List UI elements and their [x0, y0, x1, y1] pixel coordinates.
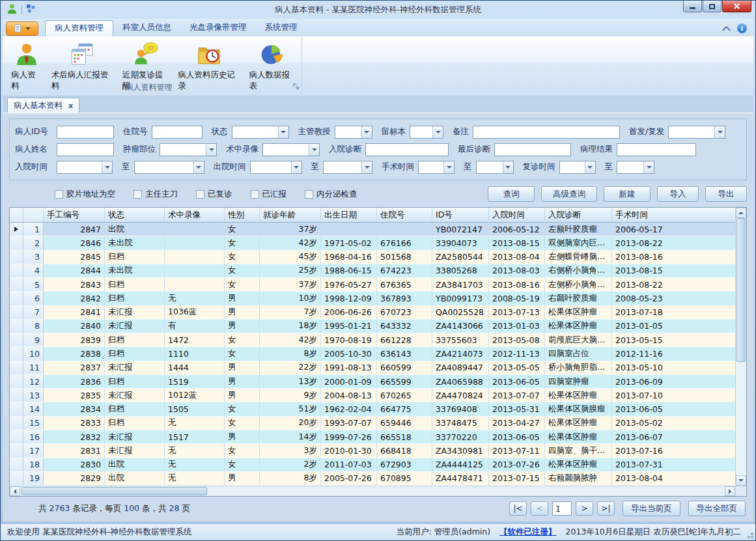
action-button[interactable]: 查询: [488, 186, 535, 202]
application-menu-button[interactable]: [6, 21, 38, 36]
info-icon[interactable]: i: [737, 23, 747, 33]
vertical-scroll-thumb[interactable]: [736, 218, 746, 362]
column-header[interactable]: 就诊年龄: [260, 208, 321, 222]
collapse-ribbon-icon[interactable]: [722, 26, 731, 31]
filter-select[interactable]: [134, 161, 204, 174]
column-header[interactable]: ID号: [432, 208, 489, 222]
filter-select[interactable]: [323, 161, 372, 174]
table-row[interactable]: 152833归档无女20岁1993-07-0765944633748475201…: [10, 417, 735, 430]
filter-select[interactable]: [262, 143, 320, 156]
action-button[interactable]: 新建: [604, 186, 651, 202]
filter-select[interactable]: [668, 126, 725, 139]
last-page-button[interactable]: >|: [597, 501, 615, 516]
vertical-scrollbar[interactable]: [735, 208, 746, 486]
table-row[interactable]: 82840未汇报有男18岁1995-01-21643332ZA414306620…: [10, 320, 735, 333]
ribbon-tab[interactable]: 光盘录像带管理: [180, 20, 256, 36]
scroll-left-button[interactable]: [10, 486, 20, 496]
select-arrow-button[interactable]: [503, 161, 513, 173]
tab-close-icon[interactable]: x: [68, 102, 73, 110]
minimize-button[interactable]: [683, 1, 702, 12]
table-row[interactable]: 32845归档女45岁1968-04-16501568ZA25805442013…: [10, 251, 735, 264]
table-row[interactable]: 92839归档1472女42岁1970-08-19661228337556032…: [10, 333, 735, 347]
filter-select[interactable]: [232, 126, 289, 139]
filter-select[interactable]: [559, 161, 596, 174]
first-page-button[interactable]: |<: [509, 501, 527, 516]
column-header[interactable]: 入院时间: [489, 208, 545, 222]
select-arrow-button[interactable]: [432, 126, 443, 138]
select-arrow-button[interactable]: [278, 126, 288, 138]
filter-input[interactable]: [494, 143, 571, 156]
next-page-button[interactable]: >: [576, 501, 593, 516]
select-arrow-button[interactable]: [585, 161, 595, 173]
table-row[interactable]: 12847出院女37岁YB00721472006-05-12左额叶胶质瘤2006…: [10, 223, 735, 236]
filter-input[interactable]: [57, 143, 114, 156]
filter-checkbox[interactable]: 胶片地址为空: [55, 189, 115, 200]
filter-input[interactable]: [152, 126, 203, 139]
select-arrow-button[interactable]: [291, 161, 301, 173]
export-all-pages-button[interactable]: 导出全部页: [688, 501, 746, 516]
page-number-input[interactable]: [552, 501, 572, 516]
horizontal-scroll-thumb[interactable]: [21, 487, 207, 495]
ribbon-tab[interactable]: 系统管理: [256, 20, 307, 36]
action-button[interactable]: 导出: [705, 186, 747, 202]
table-row[interactable]: 162832未汇报1517男14岁1999-07-266655183377022…: [10, 430, 735, 444]
select-arrow-button[interactable]: [714, 126, 725, 138]
column-header[interactable]: 状态: [105, 208, 165, 222]
filter-select[interactable]: [250, 161, 302, 174]
select-arrow-button[interactable]: [361, 161, 372, 173]
filter-input[interactable]: [473, 126, 620, 139]
filter-checkbox[interactable]: 已汇报: [251, 189, 287, 200]
table-row[interactable]: 142834归档1505女51岁1962-02-0466477533769408…: [10, 402, 735, 416]
table-row[interactable]: 42844未出院女25岁1988-06-15674223338052682013…: [10, 264, 735, 278]
close-button[interactable]: [722, 1, 751, 12]
horizontal-scrollbar[interactable]: [10, 486, 735, 496]
table-row[interactable]: 102838归档1110女8岁2005-10-30636143ZA4214073…: [10, 347, 735, 361]
action-button[interactable]: 导入: [657, 186, 699, 202]
select-arrow-button[interactable]: [443, 161, 454, 173]
table-row[interactable]: 112837未汇报1444男22岁1991-08-13660599ZA40894…: [10, 361, 735, 375]
select-arrow-button[interactable]: [309, 144, 319, 156]
ribbon-tab[interactable]: 科室人员信息: [113, 20, 180, 36]
column-header[interactable]: 入院诊断: [545, 208, 612, 222]
previous-page-button[interactable]: <: [531, 501, 548, 516]
table-row[interactable]: 172831未汇报无女3岁2010-01-30668418ZA343098120…: [10, 444, 735, 458]
table-row[interactable]: 52843归档女37岁1976-05-27676365ZA38417032013…: [10, 278, 735, 292]
table-row[interactable]: 122836归档1519男13岁2000-01-09665599ZA406598…: [10, 375, 735, 389]
filter-select[interactable]: [57, 161, 113, 174]
table-row[interactable]: 182830出院无女2岁2011-07-03672903ZA4444125201…: [10, 458, 735, 472]
filter-checkbox[interactable]: 已复诊: [196, 189, 232, 200]
scroll-down-button[interactable]: [736, 475, 746, 486]
export-current-page-button[interactable]: 导出当前页: [623, 501, 680, 516]
registered-link[interactable]: 【软件已注册】: [499, 527, 557, 538]
select-arrow-button[interactable]: [102, 161, 112, 173]
filter-select[interactable]: [617, 161, 654, 174]
quick-access-icon[interactable]: [26, 4, 36, 16]
resize-grip-icon[interactable]: [746, 531, 753, 538]
table-row[interactable]: 22846未出院女42岁1971-05-02676166339040732013…: [10, 236, 735, 250]
filter-input[interactable]: [365, 143, 449, 156]
filter-select[interactable]: [418, 161, 455, 174]
scroll-up-button[interactable]: [736, 208, 746, 218]
select-arrow-button[interactable]: [193, 161, 204, 173]
filter-select[interactable]: [476, 161, 514, 174]
table-row[interactable]: 132835未汇报1012蓝男9岁2004-08-13670265ZA44708…: [10, 389, 735, 402]
column-header[interactable]: 手术时间: [612, 208, 735, 222]
filter-select[interactable]: [160, 143, 217, 156]
action-button[interactable]: 高级查询: [541, 186, 597, 202]
column-header[interactable]: 住院号: [377, 208, 432, 222]
filter-checkbox[interactable]: 主任主刀: [133, 189, 178, 200]
column-header[interactable]: 性别: [225, 208, 260, 222]
select-arrow-button[interactable]: [206, 144, 216, 156]
scroll-right-button[interactable]: [725, 486, 735, 496]
filter-select[interactable]: [335, 126, 372, 139]
filter-input[interactable]: [57, 126, 114, 139]
table-row[interactable]: 62842归档无男10岁1998-12-09367893YB0099173200…: [10, 292, 735, 305]
filter-input[interactable]: [617, 143, 696, 156]
select-arrow-button[interactable]: [643, 161, 654, 173]
filter-select[interactable]: [410, 126, 443, 139]
column-header[interactable]: 出生日期: [321, 208, 377, 222]
table-row[interactable]: 192829出院无男8岁2005-07-26670895ZA4478471201…: [10, 472, 735, 486]
ribbon-tab[interactable]: 病人资料管理: [45, 20, 113, 36]
column-header[interactable]: 手工编号: [44, 208, 105, 222]
filter-checkbox[interactable]: 内分泌检查: [305, 189, 357, 200]
